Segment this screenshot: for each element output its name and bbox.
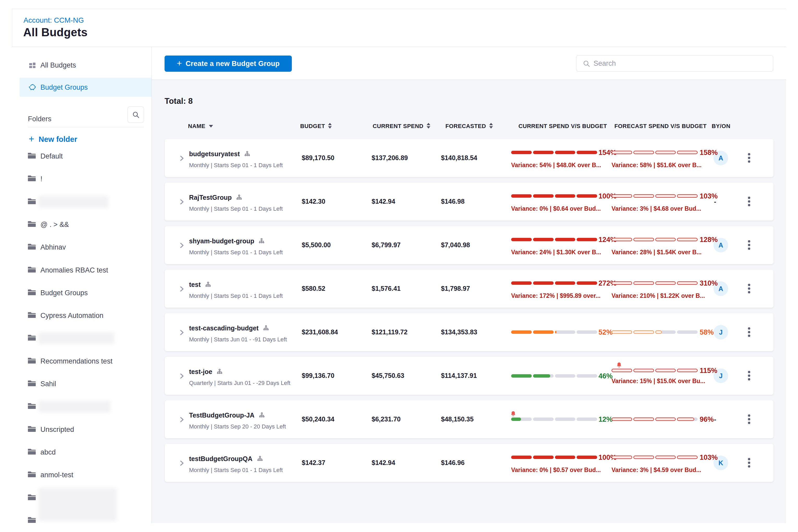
budget-group-name[interactable]: test-cascading-budget: [189, 324, 259, 332]
folder-icon: [27, 448, 36, 457]
row-menu-button[interactable]: [747, 240, 751, 250]
forecasted-amount: $7,040.98: [441, 241, 470, 249]
budget-group-name[interactable]: test: [189, 281, 201, 288]
variance-label: Variance: 3% | $4.59 over Bud...: [611, 466, 708, 474]
search-box: [576, 55, 773, 72]
folder-item[interactable]: abcd: [12, 444, 152, 460]
expand-chevron-icon[interactable]: [179, 199, 185, 206]
alert-bell-icon: [510, 411, 516, 418]
budget-group-name[interactable]: testBudgetGroupQA: [189, 455, 252, 462]
row-menu-button[interactable]: [747, 153, 751, 163]
folder-name: Recommendations test: [40, 357, 112, 365]
current-spend-amount: $137,206.89: [372, 154, 408, 162]
forecasted-amount: $146.98: [441, 197, 464, 206]
folder-item[interactable]: Anomalies RBAC test: [12, 262, 152, 278]
forecast-vs-budget-bar: [611, 194, 698, 198]
budget-group-row[interactable]: test-joe Quarterly | Starts Jun 01 - -29…: [165, 357, 774, 395]
folder-item-redacted[interactable]: [12, 490, 152, 506]
hierarchy-icon: [259, 238, 265, 244]
budget-group-name[interactable]: test-joe: [189, 368, 212, 375]
expand-chevron-icon[interactable]: [179, 329, 185, 337]
folder-item[interactable]: Default: [12, 148, 152, 164]
folder-item[interactable]: Abhinav: [12, 240, 152, 255]
search-input[interactable]: [593, 56, 768, 71]
folder-item[interactable]: Unscripted: [12, 422, 152, 437]
folder-item-redacted[interactable]: [12, 330, 152, 346]
current-spend-amount: $142.94: [372, 197, 395, 206]
folder-item-redacted[interactable]: [12, 513, 152, 523]
budget-amount: $99,136.70: [302, 372, 334, 380]
folder-item[interactable]: anmol-test: [12, 467, 152, 483]
folder-item[interactable]: Cypress Automation: [12, 308, 152, 323]
budget-group-name[interactable]: shyam-budget-group: [189, 237, 254, 245]
percent-label: 96%: [700, 415, 714, 423]
spend-vs-budget-bar: [511, 281, 597, 285]
budget-schedule: Monthly | Starts Sep 01 - 1 Days Left: [189, 162, 283, 169]
app-top-border: [12, 8, 786, 9]
folder-name: Sahil: [40, 380, 56, 388]
percent-label: 52%: [598, 328, 613, 337]
folder-item[interactable]: Sahil: [12, 376, 152, 392]
percent-label: 115%: [700, 366, 717, 375]
budget-group-row[interactable]: TestBudgetGroup-JA Monthly | Starts Sep …: [165, 400, 774, 438]
row-menu-button[interactable]: [747, 197, 751, 207]
folder-name: Default: [40, 152, 63, 160]
folder-icon: [27, 152, 36, 160]
percent-label: 158%: [700, 148, 718, 157]
percent-label: 128%: [700, 235, 718, 244]
budget-group-row[interactable]: test-cascading-budget Monthly | Starts J…: [165, 313, 774, 351]
create-budget-group-button[interactable]: + Create a new Budget Group: [165, 56, 292, 72]
row-menu-button[interactable]: [747, 414, 751, 424]
folder-item[interactable]: Budget Groups: [12, 285, 152, 301]
budget-schedule: Monthly | Starts Sep 01 - 1 Days Left: [189, 292, 283, 299]
column-header-budget[interactable]: BUDGET: [300, 122, 332, 130]
folder-item[interactable]: Recommendations test: [12, 353, 152, 369]
row-menu-button[interactable]: [747, 458, 751, 468]
expand-chevron-icon[interactable]: [179, 242, 185, 250]
column-header-forecasted[interactable]: FORECASTED: [445, 122, 493, 130]
expand-chevron-icon[interactable]: [179, 460, 185, 467]
row-menu-button[interactable]: [747, 284, 751, 293]
hierarchy-icon: [257, 456, 263, 462]
budget-group-row[interactable]: RajTestGroup Monthly | Starts Sep 01 - 1…: [165, 183, 774, 221]
budget-group-name[interactable]: TestBudgetGroup-JA: [189, 412, 254, 419]
percent-label: 12%: [598, 415, 613, 423]
budget-schedule: Monthly | Starts Jun 01 - -91 Days Left: [189, 336, 287, 343]
percent-label: 103%: [700, 192, 718, 200]
budget-group-row[interactable]: testBudgetGroupQA Monthly | Starts Sep 0…: [165, 444, 774, 482]
folder-item[interactable]: @ . > &&: [12, 217, 152, 232]
expand-chevron-icon[interactable]: [179, 286, 185, 293]
budget-group-row[interactable]: budgetsuryatest Monthly | Starts Sep 01 …: [165, 139, 774, 177]
column-header-current-spend[interactable]: CURRENT SPEND: [373, 122, 430, 130]
folder-list: Default ! @ . > &&: [12, 47, 152, 523]
budget-group-row[interactable]: test Monthly | Starts Sep 01 - 1 Days Le…: [165, 270, 774, 308]
budget-amount: $5,500.00: [302, 241, 331, 249]
row-menu-button[interactable]: [747, 327, 751, 337]
expand-chevron-icon[interactable]: [179, 373, 185, 380]
expand-chevron-icon[interactable]: [179, 155, 185, 163]
folder-icon: [27, 174, 36, 183]
folder-name: Abhinav: [40, 243, 66, 251]
current-spend-amount: $121,119.72: [372, 328, 407, 336]
redacted-folder-name: [39, 196, 109, 208]
folder-item[interactable]: !: [12, 171, 152, 187]
budget-amount: $142.37: [302, 458, 325, 467]
current-spend-amount: $142.94: [372, 458, 395, 467]
hierarchy-icon: [259, 412, 265, 418]
forecast-vs-budget-bar: [611, 330, 698, 334]
column-header-name[interactable]: NAME: [188, 122, 213, 130]
folder-item-redacted[interactable]: [12, 194, 152, 210]
percent-label: 103%: [700, 453, 718, 461]
folder-icon: [27, 220, 36, 229]
row-menu-button[interactable]: [747, 371, 751, 381]
expand-chevron-icon[interactable]: [179, 416, 185, 424]
budget-group-name[interactable]: RajTestGroup: [189, 194, 232, 201]
spend-vs-budget-bar: [511, 330, 597, 334]
budget-group-row[interactable]: shyam-budget-group Monthly | Starts Sep …: [165, 226, 774, 264]
budget-schedule: Monthly | Starts Sep 01 - 1 Days Left: [189, 467, 283, 474]
budget-group-name[interactable]: budgetsuryatest: [189, 150, 240, 157]
folder-icon: [27, 288, 36, 297]
forecast-vs-budget-bar: [611, 369, 698, 372]
account-breadcrumb-link[interactable]: Account: CCM-NG: [23, 16, 84, 24]
folder-item-redacted[interactable]: [12, 399, 152, 414]
